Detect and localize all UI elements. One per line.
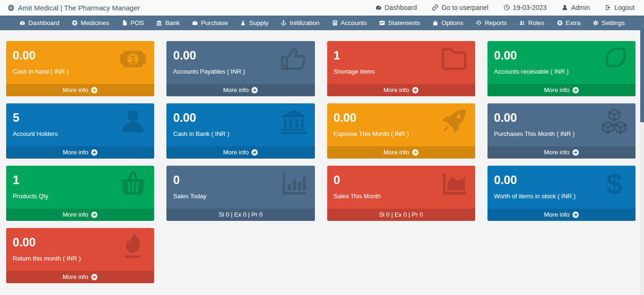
more-info-link[interactable]: More info (6, 146, 154, 159)
more-info-link[interactable]: More info (327, 146, 475, 159)
nav-item-label: Medicines (81, 19, 109, 26)
topbar-link-label: Admin (571, 4, 590, 11)
nav-item-pos[interactable]: POS (116, 16, 150, 30)
anchor-icon (281, 20, 287, 26)
file-icon (122, 20, 128, 26)
nav-item-supply[interactable]: Supply (234, 16, 274, 30)
clock-icon (504, 4, 510, 11)
more-info-link[interactable]: More info (166, 84, 314, 96)
topbar-link-logout[interactable]: Logout (605, 4, 635, 11)
more-info-label: More info (223, 149, 248, 156)
more-info-link[interactable]: More info (487, 84, 636, 96)
brand-link[interactable]: Amit Medical | The Pharmacy Manager (8, 4, 140, 12)
nav-item-label: Options (441, 19, 463, 26)
infobox-label: Shortage items (334, 68, 469, 75)
arrow-circle-right-icon (412, 149, 419, 156)
infobox-value: 0.00 (494, 111, 629, 125)
arrow-circle-right-icon (91, 87, 98, 93)
balance-scale-icon (476, 20, 482, 26)
arrow-circle-right-icon (91, 211, 98, 218)
nav-item-label: Accounts (341, 19, 367, 26)
more-info-link[interactable]: More info (6, 271, 154, 283)
nav-item-initilization[interactable]: Initilization (274, 16, 325, 30)
top-header: Amit Medical | The Pharmacy Manager Dash… (0, 0, 644, 16)
tachometer-icon (19, 20, 25, 26)
topbar-link-label: Go to userpanel (441, 4, 488, 11)
scrollbar-thumb[interactable] (640, 30, 644, 122)
infobox-shortage-items: 1Shortage itemsMore info (327, 41, 475, 96)
infobox-products-qty: 1Products QtyMore info (6, 166, 154, 221)
nav-item-label: Initilization (289, 19, 319, 26)
line-chart-icon (379, 20, 385, 26)
more-info-label: More info (544, 211, 570, 218)
gear-icon (593, 20, 599, 26)
arrow-circle-right-icon (572, 149, 579, 156)
more-info-link[interactable]: More info (487, 209, 636, 221)
nav-item-bank[interactable]: Bank (150, 16, 186, 30)
topbar-link-label: Dashboard (385, 4, 417, 11)
link-icon (432, 4, 438, 11)
arrow-circle-right-icon (412, 87, 419, 93)
infobox-cash-in-hand-inr: 0.00Cash in hand ( INR )1More info (6, 41, 154, 96)
flask-icon (240, 20, 246, 26)
nav-item-reports[interactable]: Reports (470, 16, 513, 30)
nav-item-label: Supply (249, 19, 268, 26)
infobox-account-holders: 5Account HoldersMore info (6, 103, 154, 159)
infobox-label: Accounts Payables ( INR ) (173, 68, 308, 75)
topbar-link-19-03-2023[interactable]: 19-03-2023 (504, 4, 547, 11)
nav-item-purchase[interactable]: Purchase (186, 16, 234, 30)
infobox-label: Cash in Bank ( INR ) (173, 130, 308, 137)
more-info-label: More info (63, 86, 88, 93)
infobox-return-this-month-inr: 0.00Return this month ( INR )More info (6, 228, 154, 283)
nav-item-accounts[interactable]: Accounts (326, 16, 373, 30)
more-info-label: More info (544, 86, 570, 93)
nav-item-label: Settings (602, 19, 625, 26)
sales-stats-footer: Sl 0 | Ex 0 | Pr 0 (327, 209, 475, 221)
nav-item-label: Dashboard (28, 19, 59, 26)
topbar-links: DashboardGo to userpanel19-03-2023AdminL… (375, 4, 635, 11)
nav-item-settings[interactable]: Settings (586, 16, 631, 30)
page-scrollbar[interactable] (640, 30, 644, 295)
nav-item-label: Statements (388, 19, 420, 26)
more-info-link[interactable]: More info (6, 84, 154, 96)
arrow-circle-right-icon (251, 87, 258, 93)
arrow-circle-right-icon (572, 211, 579, 218)
infobox-label: Worth of items in stock ( INR ) (494, 193, 629, 200)
main-nav: DashboardMedicinesPOSBankPurchaseSupplyI… (0, 16, 644, 30)
nav-item-medicines[interactable]: Medicines (66, 16, 116, 30)
nav-item-dashboard[interactable]: Dashboard (13, 16, 66, 30)
bank-icon (156, 20, 162, 26)
infobox-worth-of-items-in-stock-inr: 0.00Worth of items in stock ( INR )$More… (487, 166, 636, 221)
topbar-link-admin[interactable]: Admin (561, 4, 590, 11)
infobox-value: 1 (334, 49, 469, 62)
more-info-label: More info (384, 86, 409, 93)
infobox-value: 0.00 (173, 111, 308, 125)
nav-item-statements[interactable]: Statements (373, 16, 426, 30)
nav-item-extra[interactable]: Extra (551, 16, 587, 30)
more-info-link[interactable]: More info (166, 146, 314, 159)
sales-stats-label: Sl 0 | Ex 0 | Pr 0 (379, 211, 423, 218)
more-info-link[interactable]: More info (487, 146, 636, 159)
tachometer-icon (375, 4, 382, 11)
calculator-icon (332, 20, 338, 26)
infobox-accounts-receivable-inr: 0.00Accounts receivable ( INR )More info (487, 41, 636, 96)
nav-item-label: Bank (165, 19, 180, 26)
infobox-label: Sales This Month (334, 193, 469, 200)
more-info-link[interactable]: More info (327, 84, 475, 96)
infobox-sales-today: 0Sales TodaySl 0 | Ex 0 | Pr 0 (166, 166, 314, 221)
users-icon (519, 20, 525, 26)
plus-circle-icon (72, 20, 78, 26)
brand-title: Amit Medical | The Pharmacy Manager (18, 4, 140, 12)
nav-item-roles[interactable]: Roles (513, 16, 551, 30)
arrow-circle-right-icon (572, 87, 579, 93)
nav-item-options[interactable]: Options (426, 16, 470, 30)
more-info-link[interactable]: More info (6, 209, 154, 221)
more-info-label: More info (63, 211, 88, 218)
infobox-value: 0.00 (173, 49, 308, 62)
topbar-link-go-to-userpanel[interactable]: Go to userpanel (432, 4, 488, 11)
nav-item-label: POS (131, 19, 144, 26)
topbar-link-dashboard[interactable]: Dashboard (375, 4, 417, 11)
logout-icon (605, 4, 611, 11)
infobox-label: Expense This Month ( INR ) (334, 130, 469, 137)
arrow-circle-right-icon (91, 149, 98, 156)
